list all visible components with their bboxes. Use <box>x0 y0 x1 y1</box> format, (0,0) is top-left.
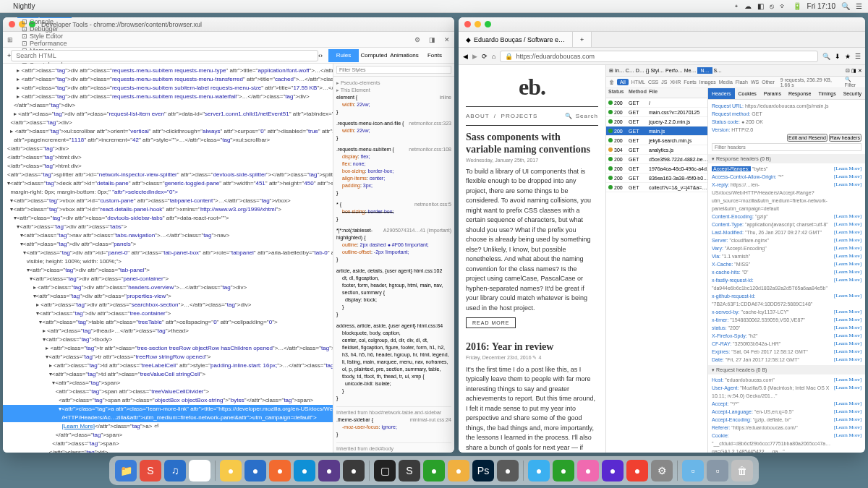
devtool-style-editor[interactable]: ⊡ Style Editor <box>17 33 72 40</box>
request-headers-section[interactable]: ▾ Request headers (0 B) <box>708 365 865 374</box>
rules-tab-computed[interactable]: Computed <box>359 49 389 62</box>
dock-side-icon[interactable]: ◨ <box>425 32 440 47</box>
dock-app[interactable]: ● <box>294 460 315 481</box>
learn-more-link[interactable]: [Learn More] <box>834 173 861 181</box>
dock-app[interactable]: ● <box>423 460 445 481</box>
dom-line[interactable]: <attr">class="tag">span attr">class="tre… <box>3 388 333 396</box>
dom-line[interactable]: ▾<attr">class="tag">deck attr">id="detai… <box>3 179 333 188</box>
dom-line[interactable]: ▸ <attr">class="tag">div attr">class="he… <box>3 283 333 292</box>
dom-line[interactable]: ▾<attr">class="tag">div attr">class="pan… <box>3 275 333 283</box>
learn-more-link[interactable]: [Learn More] <box>834 276 861 284</box>
dock-app[interactable]: ● <box>220 460 242 481</box>
site-logo[interactable]: eb. <box>466 74 598 100</box>
spotlight-icon[interactable]: 🔍 <box>841 2 850 10</box>
browser-tabstrip[interactable]: ◆Eduardo Bouças / Software e… + <box>459 32 865 48</box>
dock-app[interactable]: ▢ <box>374 460 396 481</box>
response-headers-section[interactable]: ▾ Response headers (0 B) <box>708 154 865 163</box>
dom-line[interactable]: ▾<attr">class="tag">tbody> <box>3 335 333 344</box>
rules-tab-rules[interactable]: Rules <box>328 49 359 62</box>
nav-about[interactable]: ABOUT <box>466 113 489 119</box>
detail-tab-timings[interactable]: Timings <box>814 88 839 99</box>
network-row[interactable]: 200GETmain.js <box>606 127 707 136</box>
dom-line[interactable]: ▾<attr">class="tag">div attr">class="pan… <box>3 240 333 249</box>
edit-resend-button[interactable]: Edit and Resend <box>787 134 827 142</box>
learn-more-link[interactable]: [Learn More] <box>834 165 861 173</box>
dom-line[interactable]: <attr">class="tag">splitter attr">id="ne… <box>3 171 333 179</box>
dock-app[interactable]: ♫ <box>164 460 186 481</box>
status-icon[interactable]: ◧ <box>757 2 764 10</box>
devtool-tab[interactable]: Perfo… <box>665 68 683 73</box>
filter-headers-input[interactable] <box>712 143 861 151</box>
maximize-window[interactable] <box>485 21 491 27</box>
filter-all[interactable]: All <box>617 79 629 85</box>
dom-line[interactable]: ▾<attr">class="tag">div attr">class="tre… <box>3 309 333 318</box>
rules-tab-animations[interactable]: Animations <box>389 49 420 62</box>
macos-dock[interactable]: 📁S♫27●●●●●●▢S●●Ps●●●●●●⚙▫▫🗑 <box>109 456 759 485</box>
dom-line[interactable]: ▾<attr">class="tag">div attr">class="dev… <box>3 214 333 223</box>
learn-more-link[interactable]: [Learn More] <box>834 332 861 340</box>
dock-app[interactable]: Ps <box>472 460 494 481</box>
filter-ws[interactable]: WS <box>751 80 759 85</box>
read-more-button[interactable]: READ MORE <box>466 317 516 328</box>
inspector-icon[interactable]: ⊞ <box>609 68 613 74</box>
search-link[interactable]: 🔍 Search <box>565 113 598 119</box>
devtool-tab[interactable]: D… <box>636 68 644 73</box>
next-match-icon[interactable]: › <box>320 52 323 59</box>
network-row[interactable]: 200GET/ <box>606 98 707 108</box>
learn-more-link[interactable]: [Learn More] <box>834 221 861 228</box>
dock-app[interactable]: 📁 <box>115 460 137 481</box>
dock-app[interactable]: ● <box>497 460 519 481</box>
dock-app[interactable]: ⚙ <box>651 460 673 481</box>
learn-more-link[interactable]: [Learn More] <box>834 213 861 221</box>
dom-tree-pane[interactable]: ▸ <attr">class="tag">div attr">class="re… <box>3 64 333 453</box>
dom-line[interactable]: ▸ <attr">class="tag">div attr">class="re… <box>3 84 333 93</box>
search-html-input[interactable] <box>11 50 318 61</box>
dock-app[interactable]: ● <box>528 460 550 481</box>
detail-tab-cookies[interactable]: Cookies <box>735 88 760 99</box>
dock-app[interactable]: ● <box>269 460 291 481</box>
detail-tab-security[interactable]: Security <box>840 88 865 99</box>
filter-styles-input[interactable] <box>336 66 451 74</box>
minimize-window[interactable] <box>475 21 481 27</box>
dom-line[interactable]: /HTTP/Headers/Ac…zilla&attr">utm_medium=… <box>3 414 333 422</box>
devtool-tab[interactable]: C… <box>626 68 634 73</box>
post-title[interactable]: 2016: Year in review <box>466 341 598 354</box>
status-icon[interactable]: ⎋ <box>770 2 774 10</box>
wifi-icon[interactable]: ᯤ <box>780 2 787 10</box>
filter-other[interactable]: Other <box>762 80 775 85</box>
dom-line[interactable]: ▾<attr">class="tag">div attr">class="tab… <box>3 223 333 231</box>
clear-icon[interactable]: 🗑 <box>609 80 614 85</box>
devtool-tab[interactable]: In… <box>615 68 624 73</box>
dom-line[interactable]: <attr">class="tag">span attr">class="obj… <box>3 396 333 405</box>
dom-line[interactable]: </attr">class="tag">span> <box>3 440 333 448</box>
filter-js[interactable]: JS <box>661 80 667 85</box>
learn-more-link[interactable]: [Learn More] <box>834 260 861 268</box>
close-icon[interactable]: ✕ <box>858 68 862 74</box>
detail-tab-headers[interactable]: Headers <box>708 88 734 99</box>
dom-line[interactable]: ▾<attr">class="tag">td attr">class="tree… <box>3 370 333 379</box>
learn-more-link[interactable]: [Learn More] <box>834 181 861 189</box>
close-window[interactable] <box>464 21 471 27</box>
dom-line[interactable]: ▾<attr">class="tag">div attr">id="panel-… <box>3 249 333 257</box>
filter-media[interactable]: Media <box>719 80 733 85</box>
devtool-tab[interactable]: S… <box>713 68 722 73</box>
learn-more-link[interactable]: [Learn More] <box>834 408 861 416</box>
dom-line[interactable]: </attr">class="tag">div> <box>3 101 333 110</box>
network-headers-body[interactable]: Request URL: https://eduardoboucas.com/j… <box>708 100 865 453</box>
browser-tab[interactable]: ◆Eduardo Bouças / Software e… <box>459 32 573 47</box>
learn-more-link[interactable]: [Learn More] <box>834 308 861 316</box>
devtool-debugger[interactable]: ⊡ Debugger <box>17 25 72 33</box>
network-row[interactable]: 200GET836ea163-3a38-45f0-b0… <box>606 174 707 183</box>
filter-flash[interactable]: Flash <box>736 80 748 85</box>
menu-icon[interactable]: ☰ <box>855 53 861 60</box>
toolbox-options-icon[interactable]: ⊡ <box>846 68 850 74</box>
close-window[interactable] <box>9 21 15 27</box>
window-titlebar[interactable] <box>459 17 865 32</box>
learn-more-link[interactable]: [Learn More] <box>834 416 861 424</box>
status-icon[interactable]: ☁ <box>744 2 752 10</box>
notifications-icon[interactable]: ☰ <box>856 2 862 10</box>
dock-app[interactable]: ● <box>448 460 469 481</box>
dock-app[interactable]: 🗑 <box>731 460 753 481</box>
dom-line[interactable]: [Learn More]</attr">class="tag">a> ⏎ <box>3 422 333 431</box>
clock[interactable]: Fri 17:10 <box>807 2 835 10</box>
